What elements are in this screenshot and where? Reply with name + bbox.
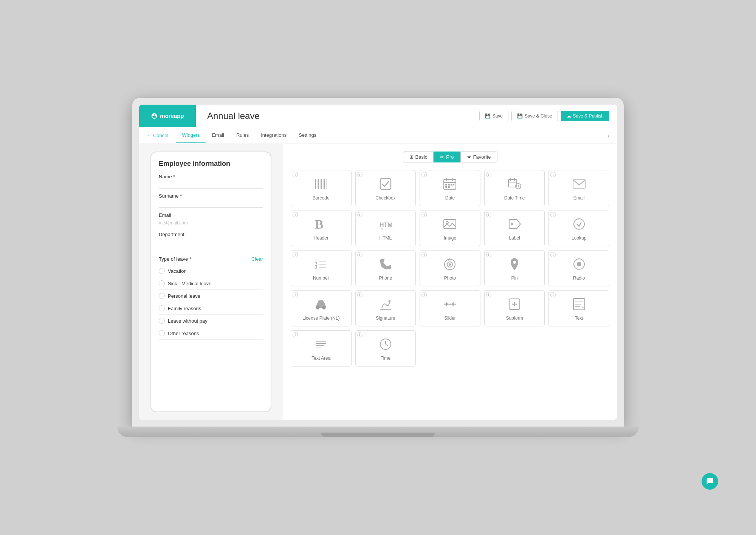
surname-label: Surname * bbox=[159, 193, 263, 199]
svg-marker-52 bbox=[446, 302, 448, 306]
save-button[interactable]: 💾 Save bbox=[479, 111, 508, 121]
widget-html[interactable]: i HTML5 HTML bbox=[355, 210, 416, 246]
svg-rect-14 bbox=[448, 184, 450, 186]
back-arrow-icon: ← bbox=[147, 133, 152, 138]
option-personal[interactable]: Personal leave bbox=[159, 290, 263, 302]
widget-phone[interactable]: i Phone bbox=[355, 250, 416, 286]
svg-rect-4 bbox=[321, 179, 322, 189]
info-icon: i bbox=[486, 292, 491, 297]
slider-icon bbox=[442, 296, 458, 312]
info-icon: i bbox=[421, 292, 427, 297]
subform-icon bbox=[506, 296, 523, 312]
widget-lookup[interactable]: i Lookup bbox=[548, 210, 609, 246]
cancel-button[interactable]: ← Cancel bbox=[147, 133, 168, 138]
email-label: Email bbox=[573, 195, 585, 201]
tab-favorite[interactable]: ★ Favorite bbox=[460, 152, 497, 162]
info-icon: i bbox=[293, 332, 298, 337]
svg-rect-15 bbox=[451, 184, 452, 186]
info-icon: i bbox=[357, 172, 363, 177]
header-icon: B bbox=[313, 216, 329, 232]
signature-label: Signature bbox=[376, 315, 395, 321]
info-icon: i bbox=[357, 292, 363, 297]
lookup-label: Lookup bbox=[572, 235, 586, 241]
widget-signature[interactable]: i Signature bbox=[355, 290, 416, 326]
date-icon bbox=[442, 176, 458, 192]
checkbox-icon bbox=[377, 176, 394, 192]
clear-button[interactable]: Clear bbox=[251, 256, 263, 262]
widget-time[interactable]: i Time bbox=[355, 330, 416, 366]
widget-text[interactable]: i Text bbox=[548, 290, 609, 326]
collapse-icon[interactable]: ‹ bbox=[607, 132, 609, 139]
svg-point-40 bbox=[513, 261, 516, 264]
info-icon: i bbox=[293, 292, 298, 297]
svg-text:3 ───: 3 ─── bbox=[315, 265, 327, 269]
leave-type-section: Type of leave * Clear Vacation bbox=[159, 256, 263, 340]
name-label: Name * bbox=[159, 174, 263, 179]
widgets-grid: i Barcode i bbox=[291, 170, 609, 366]
option-sick[interactable]: Sick - Medical leave bbox=[159, 277, 263, 290]
svg-point-39 bbox=[449, 263, 451, 266]
svg-rect-3 bbox=[320, 179, 321, 189]
form-field-department: Department bbox=[159, 232, 263, 250]
email-label: Email bbox=[159, 212, 263, 218]
phone-label: Phone bbox=[379, 275, 392, 281]
info-icon: i bbox=[421, 212, 427, 217]
option-other[interactable]: Other reasons bbox=[159, 327, 263, 340]
widget-pin[interactable]: i Pin bbox=[484, 250, 545, 286]
widget-label[interactable]: i Label bbox=[484, 210, 545, 246]
app-navbar: ← Cancel Widgets Email Rules Integration… bbox=[139, 127, 617, 144]
widget-checkbox[interactable]: i Checkbox bbox=[355, 170, 416, 206]
info-icon: i bbox=[486, 252, 491, 257]
radio-circle bbox=[159, 305, 165, 311]
svg-marker-53 bbox=[451, 302, 454, 306]
widgets-panel: ⊞ Basic ✏ Pro ★ Favorite bbox=[283, 144, 617, 420]
widget-number[interactable]: i 1 ───2 ───3 ─── Number bbox=[291, 250, 352, 286]
widget-email[interactable]: i Email bbox=[548, 170, 609, 206]
datetime-label: Date Time bbox=[504, 195, 525, 201]
svg-rect-18 bbox=[448, 186, 450, 188]
widget-image[interactable]: i Image bbox=[420, 210, 480, 246]
pin-label: Pin bbox=[511, 275, 517, 281]
image-icon bbox=[442, 216, 458, 232]
tab-pro[interactable]: ✏ Pro bbox=[434, 152, 460, 162]
publish-button[interactable]: ☁ Save & Publish bbox=[561, 111, 609, 121]
tab-rules[interactable]: Rules bbox=[230, 128, 255, 143]
widget-date[interactable]: i Date bbox=[420, 170, 480, 206]
radio-circle bbox=[159, 330, 165, 336]
form-preview-panel: Employee information Name * Surname * bbox=[139, 144, 283, 420]
lookup-icon bbox=[571, 216, 587, 232]
tab-settings[interactable]: Settings bbox=[293, 128, 322, 143]
tab-basic[interactable]: ⊞ Basic bbox=[403, 152, 434, 162]
save-close-icon: 💾 bbox=[517, 113, 523, 119]
photo-icon bbox=[442, 256, 458, 272]
tab-integrations[interactable]: Integrations bbox=[255, 128, 293, 143]
info-icon: i bbox=[357, 332, 363, 337]
save-close-button[interactable]: 💾 Save & Close bbox=[511, 111, 558, 121]
tab-widgets[interactable]: Widgets bbox=[176, 128, 206, 143]
widget-textarea[interactable]: i Text Area bbox=[291, 330, 352, 366]
widget-slider[interactable]: i Slider bbox=[420, 290, 480, 326]
chat-button[interactable] bbox=[702, 473, 718, 490]
svg-point-31 bbox=[446, 221, 448, 224]
widget-licenseplate[interactable]: i License Plate (NL) bbox=[291, 290, 352, 326]
email-icon bbox=[571, 176, 587, 192]
svg-rect-16 bbox=[453, 184, 454, 186]
option-unpaid[interactable]: Leave without pay bbox=[159, 315, 263, 327]
tab-email[interactable]: Email bbox=[206, 128, 230, 143]
widget-datetime[interactable]: i Date Time bbox=[484, 170, 545, 206]
widget-subform[interactable]: i Subform bbox=[484, 290, 545, 326]
widget-radio[interactable]: i Radio bbox=[548, 250, 609, 286]
svg-text:B: B bbox=[315, 217, 324, 231]
info-icon: i bbox=[293, 252, 298, 257]
form-section-title: Employee information bbox=[159, 160, 263, 168]
option-vacation[interactable]: Vacation bbox=[159, 265, 263, 277]
widget-photo[interactable]: i Photo bbox=[420, 250, 480, 286]
signature-icon bbox=[377, 296, 394, 312]
widget-barcode[interactable]: i Barcode bbox=[291, 170, 352, 206]
date-label: Date bbox=[445, 195, 455, 201]
option-family[interactable]: Family reasons bbox=[159, 302, 263, 315]
widget-header[interactable]: i B Header bbox=[291, 210, 352, 246]
logo-icon bbox=[151, 113, 158, 119]
info-icon: i bbox=[293, 212, 298, 217]
radio-circle bbox=[159, 318, 165, 324]
